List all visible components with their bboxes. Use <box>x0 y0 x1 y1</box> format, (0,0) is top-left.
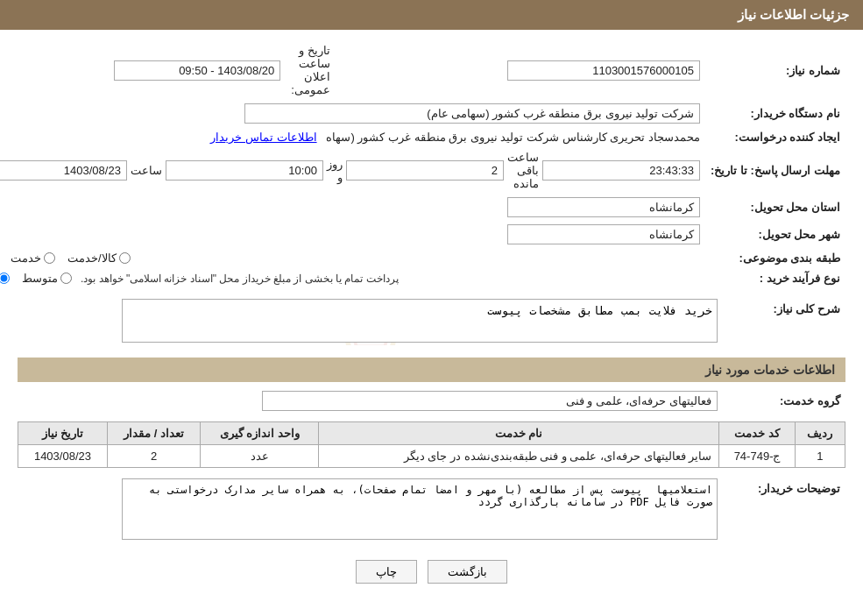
cell-tedad: 2 <box>107 445 201 468</box>
toozihat-textarea[interactable] <box>122 478 718 540</box>
ijad-label: ایجاد کننده درخواست: <box>705 127 845 147</box>
row-noe-farayand: نوع فرآیند خرید : پرداخت تمام یا بخشی از… <box>0 268 845 288</box>
tabaqe-label-2: خدمت <box>11 251 41 265</box>
shahr-label: شهر محل تحویل: <box>705 221 845 248</box>
ostan-label: استان محل تحویل: <box>705 194 845 221</box>
sharh-kolli-textarea[interactable] <box>122 299 718 343</box>
table-row: 1 ج-749-74 سایر فعالیتهای حرفه‌ای، علمی … <box>18 445 845 468</box>
ijad-link[interactable]: اطلاعات تماس خریدار <box>210 131 316 144</box>
th-vahed-andazeh: واحد اندازه گیری <box>201 422 318 445</box>
shahr-box: کرمانشاه <box>507 224 700 244</box>
goroh-khedmat-value: فعالیتهای حرفه‌ای، علمی و فنی <box>18 387 723 414</box>
mohlat-day-box: 2 <box>346 160 504 181</box>
mohlat-remaining-box: 23:43:33 <box>542 160 700 181</box>
nam-dasgah-value: شرکت تولید نیروی برق منطقه غرب کشور (سها… <box>0 100 705 127</box>
cell-tarikh-niaz: 1403/08/23 <box>18 445 108 468</box>
goroh-khedmat-box: فعالیتهای حرفه‌ای، علمی و فنی <box>262 391 718 411</box>
cell-kod-khedmat: ج-749-74 <box>719 445 796 468</box>
mohlat-label: مهلت ارسال پاسخ: تا تاریخ: <box>705 147 845 194</box>
tarikh-value-box: 1403/08/20 - 09:50 <box>114 60 280 81</box>
tabaqe-radio-group: کالا/خدمت خدمت کالا <box>0 251 700 265</box>
page-wrapper: جزئیات اطلاعات نیاز شماره نیاز: 11030015… <box>0 0 863 616</box>
noe-farayand-row: پرداخت تمام یا بخشی از مبلغ خریداز محل "… <box>0 272 700 285</box>
mohlat-time-box: 10:00 <box>166 160 323 181</box>
row-shahr: شهر محل تحویل: کرمانشاه <box>0 221 845 248</box>
tarikh-label-cell: تاریخ و ساعت اعلان عمومی: <box>286 40 336 100</box>
th-nam-khedmat: نام خدمت <box>318 422 718 445</box>
noe-farayand-radio-jozi[interactable] <box>0 273 10 284</box>
noe-farayand-radio-group: متوسط جزیی <box>0 272 72 285</box>
tarikh-label: تاریخ و ساعت اعلان عمومی: <box>291 44 330 96</box>
content-area: شماره نیاز: 1103001576000105 تاریخ و ساع… <box>0 30 863 608</box>
noe-farayand-value: پرداخت تمام یا بخشی از مبلغ خریداز محل "… <box>0 268 705 288</box>
row-tabaqe: طبقه بندی موضوعی: کالا/خدمت خدمت <box>0 248 845 268</box>
shomare-niaz-box: 1103001576000105 <box>507 60 700 81</box>
row-ijad: ایجاد کننده درخواست: محمدسجاد تحریری کار… <box>0 127 845 147</box>
service-table-head: ردیف کد خدمت نام خدمت واحد اندازه گیری ت… <box>18 422 845 445</box>
mohlat-remaining-label: ساعت باقی مانده <box>507 151 539 190</box>
sharh-kolli-label: شرح کلی نیاز: <box>723 295 845 349</box>
service-table-body: 1 ج-749-74 سایر فعالیتهای حرفه‌ای، علمی … <box>18 445 845 468</box>
ostan-box: کرمانشاه <box>507 197 700 217</box>
cell-vahed: عدد <box>201 445 318 468</box>
row-toozihat: توضیحات خریدار: <box>18 475 845 546</box>
tabaqe-label-3: کالا/خدمت <box>67 251 117 265</box>
sharh-kolli-value: // Will be populated below <box>18 295 723 349</box>
tabaqe-label: طبقه بندی موضوعی: <box>705 248 845 268</box>
mohlat-day-label: روز و <box>327 158 343 184</box>
sharh-kolli-container: // Will be populated below <box>23 299 718 345</box>
th-tedad: تعداد / مقدار <box>107 422 201 445</box>
noe-farayand-label-2: متوسط <box>22 272 58 285</box>
row-goroh-khedmat: گروه خدمت: فعالیتهای حرفه‌ای، علمی و فنی <box>18 387 845 414</box>
shomare-niaz-value: 1103001576000105 <box>336 40 705 100</box>
ijad-value: محمدسجاد تحریری کارشناس شرکت تولید نیروی… <box>0 127 705 147</box>
bottom-buttons: بازگشت چاپ <box>18 560 845 598</box>
tabaqe-radio-khedmat[interactable] <box>44 252 55 264</box>
print-button[interactable]: چاپ <box>356 560 417 584</box>
th-tarikh-niaz: تاریخ نیاز <box>18 422 108 445</box>
noe-farayand-label: نوع فرآیند خرید : <box>705 268 845 288</box>
service-table: ردیف کد خدمت نام خدمت واحد اندازه گیری ت… <box>18 421 845 468</box>
back-button[interactable]: بازگشت <box>428 560 507 584</box>
tabaqe-radio-khidmat-kala[interactable] <box>119 252 131 264</box>
mohlat-value: 23:43:33 ساعت باقی مانده 2 روز و 10:00 س… <box>0 147 705 194</box>
th-radif: ردیف <box>795 422 845 445</box>
tabaqe-value: کالا/خدمت خدمت کالا <box>0 248 705 268</box>
toozihat-table: توضیحات خریدار: <box>18 475 845 546</box>
shomare-niaz-label: شماره نیاز: <box>705 40 845 100</box>
page-header: جزئیات اطلاعات نیاز <box>0 0 863 30</box>
mohlat-date-box: 1403/08/23 <box>0 160 127 181</box>
info-table: شماره نیاز: 1103001576000105 تاریخ و ساع… <box>0 40 845 288</box>
toozihat-value <box>18 475 723 546</box>
th-kod-khedmat: کد خدمت <box>719 422 796 445</box>
service-table-header-row: ردیف کد خدمت نام خدمت واحد اندازه گیری ت… <box>18 422 845 445</box>
row-shomare-tarikh: شماره نیاز: 1103001576000105 تاریخ و ساع… <box>0 40 845 100</box>
noe-farayand-radio-motevaset[interactable] <box>60 273 72 284</box>
noe-farayand-option-2: متوسط <box>22 272 72 285</box>
noe-farayand-option-1: جزیی <box>0 272 10 285</box>
mohlat-time-label: ساعت <box>131 164 162 177</box>
row-sharh-kolli: شرح کلی نیاز: <box>18 295 845 349</box>
nam-dasgah-label: نام دستگاه خریدار: <box>705 100 845 127</box>
row-nam-dasgah: نام دستگاه خریدار: شرکت تولید نیروی برق … <box>0 100 845 127</box>
goroh-khedmat-table: گروه خدمت: فعالیتهای حرفه‌ای، علمی و فنی <box>18 387 845 414</box>
ostan-value: کرمانشاه <box>0 194 705 221</box>
row-ostan: استان محل تحویل: کرمانشاه <box>0 194 845 221</box>
goroh-khedmat-label: گروه خدمت: <box>723 387 845 414</box>
tarikh-value-cell: 1403/08/20 - 09:50 <box>0 40 286 100</box>
row-mohlat: مهلت ارسال پاسخ: تا تاریخ: 23:43:33 ساعت… <box>0 147 845 194</box>
page-title: جزئیات اطلاعات نیاز <box>738 7 849 22</box>
ijad-text: محمدسجاد تحریری کارشناس شرکت تولید نیروی… <box>326 131 699 144</box>
toozihat-label: توضیحات خریدار: <box>723 475 845 546</box>
cell-radif: 1 <box>795 445 845 468</box>
tabaqe-option-2: خدمت <box>11 251 55 265</box>
shahr-value: کرمانشاه <box>0 221 705 248</box>
khadamat-section-header: اطلاعات خدمات مورد نیاز <box>18 358 845 382</box>
mohlat-row: 23:43:33 ساعت باقی مانده 2 روز و 10:00 س… <box>0 151 700 190</box>
tabaqe-option-3: کالا/خدمت <box>67 251 131 265</box>
noe-farayand-note: پرداخت تمام یا بخشی از مبلغ خریداز محل "… <box>81 273 399 285</box>
sharh-kolli-table: شرح کلی نیاز: <box>18 295 845 349</box>
cell-nam-khedmat: سایر فعالیتهای حرفه‌ای، علمی و فنی طبقه‌… <box>318 445 718 468</box>
nam-dasgah-box: شرکت تولید نیروی برق منطقه غرب کشور (سها… <box>244 103 700 124</box>
